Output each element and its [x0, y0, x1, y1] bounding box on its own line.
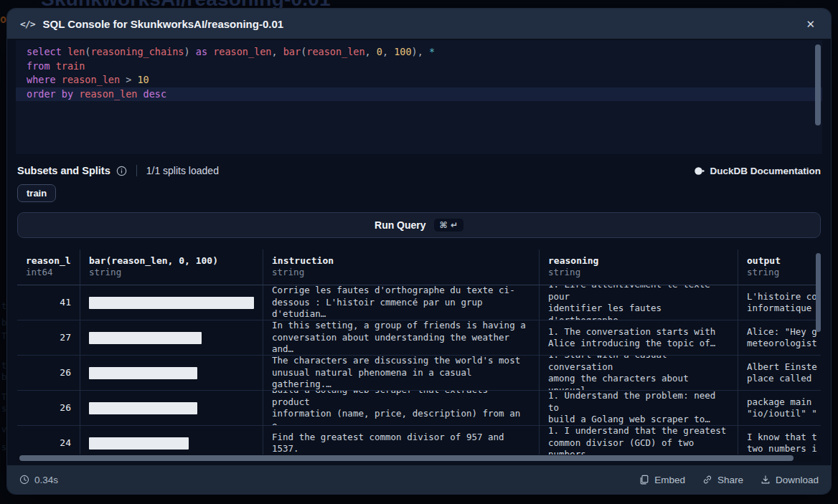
background-fragment: b — [1, 318, 6, 328]
cell-reason-len[interactable]: 41 — [17, 285, 80, 320]
code-line[interactable]: from train — [16, 60, 822, 74]
query-duration-value: 0.34s — [34, 475, 58, 485]
link-icon — [702, 475, 712, 485]
background-fragment: T — [1, 392, 6, 402]
scrollbar-thumb[interactable] — [19, 455, 794, 461]
table-vertical-scrollbar[interactable] — [816, 253, 821, 332]
sql-console-modal: </> SQL Console for SkunkworksAI/reasoni… — [7, 9, 831, 494]
bar-visualization — [89, 437, 189, 450]
background-fragment: s — [1, 404, 6, 414]
cell-reasoning[interactable]: 1. Lire attentivement le texte pour iden… — [540, 285, 738, 320]
clock-icon — [19, 475, 29, 485]
code-token: ), — [412, 46, 423, 57]
cell-bar[interactable] — [80, 285, 263, 320]
code-token: 100 — [394, 46, 411, 57]
info-icon[interactable] — [116, 166, 127, 176]
run-query-label: Run Query — [375, 219, 426, 231]
sql-editor[interactable]: select len(reasoning_chains) as reason_l… — [16, 40, 822, 154]
code-token: 10 — [137, 74, 149, 85]
embed-button[interactable]: Embed — [639, 475, 685, 485]
query-duration: 0.34s — [19, 475, 58, 485]
cell-output[interactable]: Albert Einste place called — [738, 356, 821, 391]
column-header-bar-reason_len-0-100-: bar(reason_len, 0, 100)string — [80, 249, 263, 285]
modal-header: </> SQL Console for SkunkworksAI/reasoni… — [7, 9, 831, 39]
cell-instruction[interactable]: Build a Golang web scraper that extracts… — [263, 391, 540, 426]
embed-label: Embed — [654, 475, 685, 485]
cell-bar[interactable] — [80, 320, 263, 356]
cell-reasoning[interactable]: 1. Start with a casual conversation amon… — [540, 356, 738, 391]
column-name: reason_len — [26, 255, 71, 266]
splits-chip-row: train — [17, 184, 821, 202]
cell-text: The characters are discussing the world'… — [272, 356, 530, 391]
code-token — [56, 74, 62, 85]
cell-reasoning[interactable]: 1. The conversation starts with Alice in… — [540, 320, 738, 356]
duckdb-link-label: DuckDB Documentation — [710, 166, 821, 176]
download-icon — [761, 475, 771, 485]
bar-visualization — [89, 332, 202, 344]
cell-output[interactable]: L'histoire co informatique — [738, 285, 821, 320]
column-header-output: outputstring — [738, 249, 821, 285]
duckdb-documentation-link[interactable]: DuckDB Documentation — [694, 166, 821, 176]
background-fragment: s — [1, 442, 6, 452]
cell-instruction[interactable]: The characters are discussing the world'… — [263, 356, 540, 391]
divider — [136, 165, 137, 176]
cell-bar[interactable] — [80, 356, 263, 391]
split-chip-train[interactable]: train — [17, 184, 56, 202]
column-type: string — [747, 267, 821, 277]
cell-text: L'histoire co informatique — [747, 291, 817, 315]
code-token: reasoning_chains — [90, 46, 184, 57]
download-button[interactable]: Download — [761, 475, 819, 485]
cell-text: In this setting, a group of friends is h… — [272, 320, 530, 356]
code-token: by — [62, 88, 73, 100]
cell-reason-len[interactable]: 26 — [17, 391, 80, 426]
run-query-button[interactable]: Run Query ⌘ ↵ — [17, 212, 821, 238]
column-name: instruction — [272, 255, 530, 266]
column-header-reason_len: reason_lenint64 — [17, 249, 80, 285]
column-name: bar(reason_len, 0, 100) — [89, 255, 254, 266]
code-token — [190, 46, 196, 57]
code-token: order — [27, 88, 56, 100]
sql-editor-code: select len(reasoning_chains) as reason_l… — [16, 40, 822, 101]
cell-text: 1. Understand the problem: need to build… — [548, 391, 729, 426]
cell-instruction[interactable]: Corrige les fautes d'orthographe du text… — [263, 285, 540, 320]
column-header-instruction: instructionstring — [263, 249, 540, 285]
code-line[interactable]: where reason_len > 10 — [16, 73, 822, 87]
column-type: string — [548, 267, 729, 277]
table-horizontal-scrollbar[interactable] — [19, 455, 817, 461]
cell-reason-len[interactable]: 26 — [17, 356, 80, 391]
code-token: where — [27, 74, 56, 85]
cell-bar[interactable] — [80, 391, 263, 426]
column-name: output — [747, 255, 821, 266]
cell-text: Find the greatest common divisor of 957 … — [272, 432, 530, 455]
code-token: ) — [184, 46, 190, 57]
cell-output[interactable]: Alice: "Hey g meteorologist — [738, 320, 821, 356]
share-button[interactable]: Share — [702, 475, 743, 485]
cell-reason-len[interactable]: 27 — [17, 320, 80, 356]
code-token: as — [196, 46, 207, 57]
editor-vertical-scrollbar[interactable] — [815, 44, 821, 125]
cell-output[interactable]: package main "io/ioutil" " — [738, 391, 821, 426]
close-icon[interactable]: ✕ — [803, 16, 818, 32]
share-label: Share — [717, 475, 743, 485]
horizontal-scrollbar-track — [17, 455, 821, 462]
code-token: bar — [283, 46, 301, 57]
subsets-splits-label: Subsets and Splits — [17, 165, 110, 176]
cell-text: I know that t two numbers i — [747, 432, 817, 455]
code-token — [207, 46, 213, 57]
footer-actions: Embed Share Download — [639, 475, 819, 485]
code-icon: </> — [20, 19, 34, 29]
code-token: reason_len — [306, 46, 364, 57]
code-token: reason_len — [62, 74, 120, 85]
column-header-reasoning: reasoningstring — [540, 249, 738, 285]
code-line[interactable]: select len(reasoning_chains) as reason_l… — [16, 45, 822, 60]
background-fragment: v — [1, 424, 6, 434]
code-token — [137, 88, 143, 100]
cell-instruction[interactable]: In this setting, a group of friends is h… — [263, 320, 540, 356]
code-line-active[interactable]: order by reason_len desc — [16, 87, 822, 102]
cell-reasoning[interactable]: 1. Understand the problem: need to build… — [540, 391, 738, 426]
embed-icon — [639, 475, 649, 485]
keyboard-shortcut-badge: ⌘ ↵ — [434, 219, 463, 232]
cell-text: Alice: "Hey g meteorologist — [747, 326, 817, 350]
duckdb-icon — [694, 166, 705, 176]
code-token — [50, 60, 56, 72]
